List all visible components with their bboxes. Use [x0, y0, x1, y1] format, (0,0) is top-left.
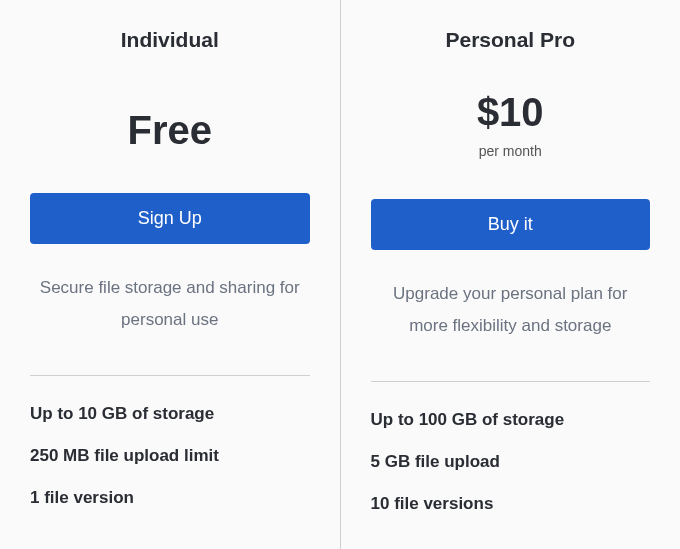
plan-card-personal-pro: Personal Pro $10 per month Buy it Upgrad…	[341, 0, 681, 549]
plan-name: Personal Pro	[371, 28, 651, 52]
feature-list: Up to 100 GB of storage 5 GB file upload…	[371, 410, 651, 536]
plan-name: Individual	[30, 28, 310, 52]
plan-price: $10	[371, 90, 651, 135]
plan-price: Free	[30, 108, 310, 153]
divider	[371, 381, 651, 382]
feature-item: 5 GB file upload	[371, 452, 651, 472]
feature-item: 250 MB file upload limit	[30, 446, 310, 466]
plan-description: Upgrade your personal plan for more flex…	[371, 278, 651, 343]
plan-card-individual: Individual Free Sign Up Secure file stor…	[0, 0, 340, 549]
feature-item: Up to 100 GB of storage	[371, 410, 651, 430]
feature-item: 10 file versions	[371, 494, 651, 514]
feature-item: 1 file version	[30, 488, 310, 508]
buy-button[interactable]: Buy it	[371, 199, 651, 250]
plan-period: per month	[371, 143, 651, 159]
divider	[30, 375, 310, 376]
signup-button[interactable]: Sign Up	[30, 193, 310, 244]
feature-item: Up to 10 GB of storage	[30, 404, 310, 424]
pricing-container: Individual Free Sign Up Secure file stor…	[0, 0, 680, 549]
plan-description: Secure file storage and sharing for pers…	[30, 272, 310, 337]
feature-list: Up to 10 GB of storage 250 MB file uploa…	[30, 404, 310, 530]
